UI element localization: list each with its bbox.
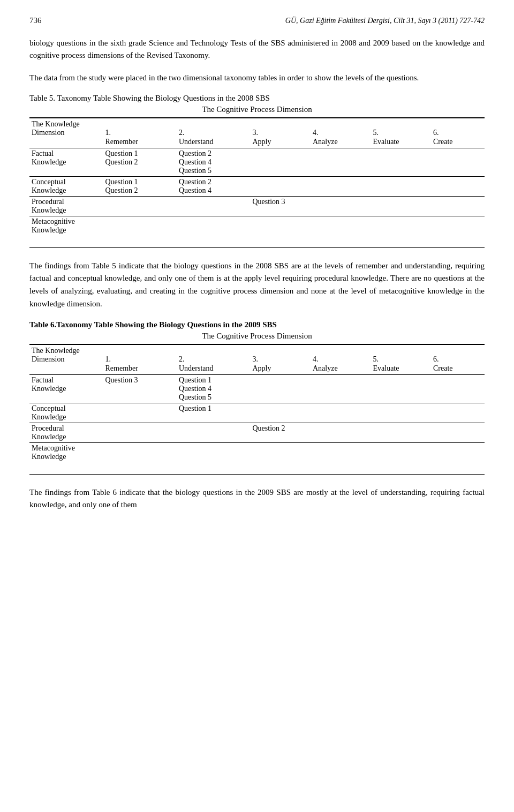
td-conceptual-knowledge: ConceptualKnowledge [29,176,103,196]
th6-apply: Apply [251,364,311,375]
td-factual-understand: Question 2Question 4Question 5 [177,148,251,176]
td-conceptual-evaluate [371,176,432,196]
page-header: 736 GÜ, Gazi Eğitim Fakültesi Dergisi, C… [29,16,485,25]
td-procedural-create [431,196,485,216]
td6-meta-understand [177,442,251,462]
td6-procedural-understand [177,423,251,442]
td6-procedural-knowledge: ProceduralKnowledge [29,423,103,442]
table6-subtitle: The Cognitive Process Dimension [29,332,485,341]
th-col3-label: 3. [251,118,311,138]
th-analyze: Analyze [311,138,371,148]
td6-factual-understand: Question 1Question 4Question 5 [177,374,251,403]
th-knowledge-label: The KnowledgeDimension [29,118,103,138]
td6-meta-remember [103,442,177,462]
th6-col3-label: 3. [251,344,311,364]
td6-metacognitive-knowledge: MetacognitiveKnowledge [29,442,103,462]
table5-title: Table 5. Taxonomy Table Showing the Biol… [29,94,485,103]
td-factual-apply [251,148,311,176]
table-row: ProceduralKnowledge Question 2 [29,423,485,442]
th6-dim-label [29,364,103,375]
th6-create: Create [431,364,485,375]
findings5-paragraph: The findings from Table 5 indicate that … [29,260,485,311]
table6-grid: The KnowledgeDimension 1. 2. 3. 4. 5. 6.… [29,344,485,462]
td-conceptual-create [431,176,485,196]
td6-procedural-create [431,423,485,442]
td6-procedural-evaluate [371,423,432,442]
td6-conceptual-create [431,403,485,423]
td6-factual-create [431,374,485,403]
td-procedural-remember [103,196,177,216]
th-col2-label: 2. [177,118,251,138]
th6-evaluate: Evaluate [371,364,432,375]
table-row: MetacognitiveKnowledge [29,442,485,462]
td-factual-remember: Question 1Question 2 [103,148,177,176]
table5-grid: The KnowledgeDimension 1. 2. 3. 4. 5. 6.… [29,118,485,236]
th-col1-label: 1. [103,118,177,138]
td-procedural-analyze [311,196,371,216]
table5-header-row1: The KnowledgeDimension 1. 2. 3. 4. 5. 6. [29,118,485,138]
table-row: FactualKnowledge Question 1Question 2 Qu… [29,148,485,176]
th-col5-label: 5. [371,118,432,138]
table6-header-row2: Remember Understand Apply Analyze Evalua… [29,364,485,375]
table5: The KnowledgeDimension 1. 2. 3. 4. 5. 6.… [29,117,485,248]
th6-knowledge-label: The KnowledgeDimension [29,344,103,364]
td-factual-knowledge: FactualKnowledge [29,148,103,176]
th-apply: Apply [251,138,311,148]
td6-meta-create [431,442,485,462]
td-conceptual-remember: Question 1Question 2 [103,176,177,196]
td6-factual-knowledge: FactualKnowledge [29,374,103,403]
td-factual-evaluate [371,148,432,176]
td6-conceptual-remember [103,403,177,423]
th6-col4-label: 4. [311,344,371,364]
th-remember: Remember [103,138,177,148]
td-meta-analyze [311,216,371,236]
td6-conceptual-analyze [311,403,371,423]
th6-remember: Remember [103,364,177,375]
table5-header-row2: Remember Understand Apply Analyze Evalua… [29,138,485,148]
td6-factual-remember: Question 3 [103,374,177,403]
page: 736 GÜ, Gazi Eğitim Fakültesi Dergisi, C… [0,0,514,812]
td-conceptual-understand: Question 2Question 4 [177,176,251,196]
table-row: MetacognitiveKnowledge [29,216,485,236]
table-row: ConceptualKnowledge Question 1Question 2… [29,176,485,196]
td-meta-apply [251,216,311,236]
td6-meta-analyze [311,442,371,462]
td-procedural-apply: Question 3 [251,196,311,216]
td-factual-create [431,148,485,176]
table5-subtitle: The Cognitive Process Dimension [29,105,485,114]
th-dim-label [29,138,103,148]
td6-meta-evaluate [371,442,432,462]
td-meta-create [431,216,485,236]
td6-procedural-remember [103,423,177,442]
th-col4-label: 4. [311,118,371,138]
th-evaluate: Evaluate [371,138,432,148]
table-row: ProceduralKnowledge Question 3 [29,196,485,216]
th6-col6-label: 6. [431,344,485,364]
td6-factual-apply [251,374,311,403]
th6-col5-label: 5. [371,344,432,364]
th6-analyze: Analyze [311,364,371,375]
td-conceptual-apply [251,176,311,196]
td-procedural-understand [177,196,251,216]
table-row: ConceptualKnowledge Question 1 [29,403,485,423]
th-understand: Understand [177,138,251,148]
td-meta-remember [103,216,177,236]
data-paragraph: The data from the study were placed in t… [29,72,485,84]
journal-title: GÜ, Gazi Eğitim Fakültesi Dergisi, Cilt … [285,17,485,25]
th6-understand: Understand [177,364,251,375]
td6-factual-analyze [311,374,371,403]
td6-procedural-analyze [311,423,371,442]
th-create: Create [431,138,485,148]
td-meta-evaluate [371,216,432,236]
table6: The KnowledgeDimension 1. 2. 3. 4. 5. 6.… [29,344,485,475]
td-factual-analyze [311,148,371,176]
td6-meta-apply [251,442,311,462]
td6-procedural-apply: Question 2 [251,423,311,442]
td-meta-understand [177,216,251,236]
td6-conceptual-evaluate [371,403,432,423]
th6-col1-label: 1. [103,344,177,364]
table-row: FactualKnowledge Question 3 Question 1Qu… [29,374,485,403]
th6-col2-label: 2. [177,344,251,364]
intro-paragraph: biology questions in the sixth grade Sci… [29,37,485,62]
td6-conceptual-understand: Question 1 [177,403,251,423]
